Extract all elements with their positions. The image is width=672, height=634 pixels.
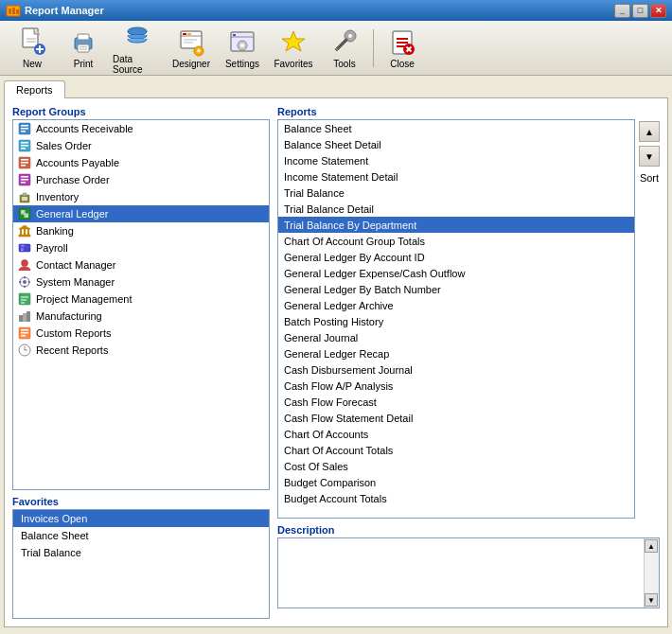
report-group-item-banking[interactable]: Banking	[13, 222, 269, 239]
report-group-item-manufacturing[interactable]: Manufacturing	[13, 308, 269, 325]
report-group-item-sales-order[interactable]: Sales Order	[13, 137, 269, 154]
minimize-button[interactable]: _	[614, 4, 630, 18]
favorites-scroll[interactable]: Invoices OpenBalance SheetTrial Balance	[13, 510, 269, 618]
report-item-chart-account-totals[interactable]: Chart Of Account Totals	[278, 442, 634, 458]
report-group-label-inventory: Inventory	[36, 191, 79, 203]
two-col-layout: Report Groups Accounts ReceivableSales O…	[12, 106, 660, 619]
new-icon	[17, 26, 47, 57]
report-item-general-ledger-archive[interactable]: General Ledger Archive	[278, 297, 634, 313]
report-item-balance-sheet-detail[interactable]: Balance Sheet Detail	[278, 136, 634, 152]
report-item-general-ledger-account-id[interactable]: General Ledger By Account ID	[278, 249, 634, 265]
report-item-cash-disbursement-journal[interactable]: Cash Disbursement Journal	[278, 361, 634, 378]
report-group-item-project-management[interactable]: Project Management	[13, 291, 269, 308]
maximize-button[interactable]: □	[632, 4, 648, 18]
report-item-trial-balance-detail[interactable]: Trial Balance Detail	[278, 201, 634, 217]
reports-scroll[interactable]: Balance SheetBalance Sheet DetailIncome …	[278, 120, 634, 518]
report-item-cost-of-sales[interactable]: Cost Of Sales	[278, 458, 634, 474]
report-item-trial-balance-by-dept[interactable]: Trial Balance By Department	[278, 217, 634, 233]
report-item-income-statement[interactable]: Income Statement	[278, 152, 634, 168]
title-bar: Report Manager _ □ ✕	[0, 0, 672, 21]
report-group-item-contact-manager[interactable]: Contact Manager	[13, 256, 269, 273]
svg-rect-51	[21, 162, 28, 164]
close-button[interactable]: Close	[378, 25, 427, 72]
report-group-item-accounts-payable[interactable]: Accounts Payable	[13, 154, 269, 171]
favorite-item-balance-sheet[interactable]: Balance Sheet	[13, 527, 269, 544]
favorites-section: Favorites Invoices OpenBalance SheetTria…	[12, 496, 270, 619]
report-item-cash-flow-statement-detail[interactable]: Cash Flow Statement Detail	[278, 410, 634, 426]
sort-up-button[interactable]: ▲	[639, 121, 660, 142]
report-group-label-contact-manager: Contact Manager	[36, 259, 115, 271]
new-button[interactable]: New	[8, 25, 57, 72]
svg-rect-66	[20, 229, 22, 235]
designer-button[interactable]: Designer	[167, 25, 216, 72]
report-group-icon-custom-reports	[17, 326, 32, 341]
settings-button[interactable]: Settings	[218, 25, 267, 72]
favorites-list-container: Invoices OpenBalance SheetTrial Balance	[12, 509, 270, 619]
report-item-balance-sheet[interactable]: Balance Sheet	[278, 120, 634, 136]
close-label: Close	[390, 59, 415, 69]
report-item-income-statement-detail[interactable]: Income Statement Detail	[278, 168, 634, 185]
svg-rect-11	[78, 34, 89, 40]
svg-rect-47	[21, 145, 28, 147]
report-item-cash-flow-ap-analysis[interactable]: Cash Flow A/P Analysis	[278, 378, 634, 394]
print-button[interactable]: Print	[59, 25, 108, 72]
report-group-label-recent-reports: Recent Reports	[36, 344, 108, 356]
report-item-budget-account-totals[interactable]: Budget Account Totals	[278, 490, 634, 506]
svg-rect-52	[21, 165, 26, 167]
report-group-icon-general-ledger	[17, 206, 32, 221]
report-group-icon-project-management	[17, 291, 32, 307]
reports-title: Reports	[277, 106, 660, 117]
report-groups-scroll[interactable]: Accounts ReceivableSales OrderAccounts P…	[13, 120, 269, 489]
svg-rect-91	[21, 332, 28, 334]
description-scrollbar: ▲ ▼	[644, 538, 659, 608]
report-group-item-accounts-receivable[interactable]: Accounts Receivable	[13, 120, 269, 137]
sort-down-button[interactable]: ▼	[639, 146, 660, 167]
svg-rect-88	[27, 311, 30, 322]
data-source-button[interactable]: Data Source	[110, 25, 165, 72]
tools-button[interactable]: Tools	[320, 25, 369, 72]
report-group-icon-contact-manager	[17, 257, 32, 273]
description-title: Description	[277, 524, 660, 536]
report-item-general-ledger-expense[interactable]: General Ledger Expense/Cash Outflow	[278, 265, 634, 281]
favorites-button[interactable]: Favorites	[269, 25, 318, 72]
favorite-label-invoices-open: Invoices Open	[17, 513, 87, 524]
main-panel: Report Groups Accounts ReceivableSales O…	[4, 97, 668, 627]
report-group-item-purchase-order[interactable]: Purchase Order	[13, 171, 269, 188]
report-item-chart-account-group-totals[interactable]: Chart Of Account Group Totals	[278, 233, 634, 249]
report-item-trial-balance[interactable]: Trial Balance	[278, 185, 634, 201]
svg-rect-59	[22, 197, 27, 201]
data-source-label: Data Source	[113, 54, 162, 75]
report-group-icon-sales-order	[17, 138, 32, 153]
report-group-label-general-ledger: General Ledger	[36, 208, 108, 220]
svg-rect-14	[80, 49, 87, 51]
report-item-general-ledger-recap[interactable]: General Ledger Recap	[278, 345, 634, 361]
svg-rect-78	[24, 276, 25, 279]
svg-rect-79	[24, 286, 25, 289]
favorite-item-trial-balance[interactable]: Trial Balance	[13, 544, 269, 561]
description-box: ▲ ▼	[277, 537, 660, 608]
report-group-label-purchase-order: Purchase Order	[36, 174, 110, 185]
report-group-item-general-ledger[interactable]: General Ledger	[13, 205, 269, 222]
report-group-item-custom-reports[interactable]: Custom Reports	[13, 325, 269, 342]
svg-rect-12	[78, 44, 89, 52]
svg-point-77	[23, 280, 27, 284]
report-group-icon-banking	[17, 223, 32, 238]
report-group-item-recent-reports[interactable]: Recent Reports	[13, 342, 269, 359]
favorite-item-invoices-open[interactable]: Invoices Open	[13, 510, 269, 527]
report-item-chart-of-accounts[interactable]: Chart Of Accounts	[278, 426, 634, 442]
report-group-item-inventory[interactable]: Inventory	[13, 188, 269, 205]
report-item-cash-flow-forecast[interactable]: Cash Flow Forecast	[278, 394, 634, 410]
report-group-item-payroll[interactable]: Payroll	[13, 239, 269, 256]
report-item-batch-posting-history[interactable]: Batch Posting History	[278, 313, 634, 329]
tab-reports[interactable]: Reports	[4, 80, 65, 98]
description-scroll-up[interactable]: ▲	[645, 539, 658, 553]
report-group-item-system-manager[interactable]: System Manager	[13, 273, 269, 291]
close-window-button[interactable]: ✕	[650, 4, 666, 18]
svg-rect-50	[21, 159, 28, 161]
report-item-general-journal[interactable]: General Journal	[278, 329, 634, 345]
toolbar: New Print Data Source	[0, 21, 672, 76]
report-item-general-ledger-batch[interactable]: General Ledger By Batch Number	[278, 281, 634, 297]
description-scroll-down[interactable]: ▼	[645, 593, 658, 607]
report-item-budget-comparison[interactable]: Budget Comparison	[278, 474, 634, 490]
report-group-label-system-manager: System Manager	[36, 276, 115, 288]
